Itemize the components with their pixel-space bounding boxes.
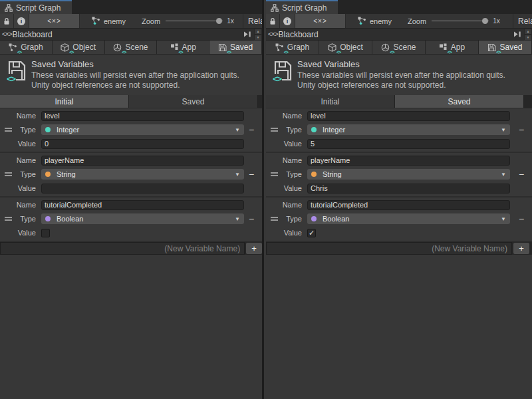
drag-handle-icon[interactable] — [271, 217, 278, 221]
tab-initial[interactable]: Initial — [0, 95, 129, 108]
value-label: Value — [266, 184, 305, 192]
remove-variable-button[interactable]: − — [245, 124, 257, 135]
info-button[interactable]: i — [280, 14, 295, 28]
slider-track — [432, 21, 489, 21]
lock-button[interactable] — [266, 14, 280, 28]
graph-toolbar: i <×> enemy Zoom 1x Rela — [266, 14, 532, 29]
info-icon: i — [283, 17, 291, 25]
new-variable-name-input[interactable] — [0, 242, 245, 255]
boolean-type-dot-icon — [311, 216, 317, 221]
tab-object[interactable]: <> Object — [319, 41, 372, 54]
tab-saved-state[interactable]: Saved — [129, 95, 258, 108]
remove-variable-button[interactable]: − — [515, 169, 527, 180]
variable-name-input[interactable] — [307, 200, 510, 210]
new-variable-name-input[interactable] — [266, 242, 512, 255]
name-label: Name — [0, 112, 39, 120]
type-value: Integer — [323, 126, 345, 134]
relations-button[interactable]: Rela — [243, 14, 262, 28]
zoom-level-value: 1x — [227, 17, 234, 25]
state-tabs: Initial Saved — [266, 95, 532, 108]
variable-name-input[interactable] — [307, 111, 510, 121]
code-view-button[interactable]: <×> — [295, 14, 346, 28]
slider-knob[interactable] — [216, 18, 222, 24]
scroll-down-button[interactable]: ▼ — [254, 35, 262, 41]
tab-saved[interactable]: <> Saved — [209, 41, 262, 54]
remove-variable-button[interactable]: − — [515, 124, 527, 135]
tab-label: App — [451, 43, 465, 52]
window-tab-script-graph[interactable]: Script Graph — [0, 0, 72, 14]
string-type-dot-icon — [45, 172, 51, 177]
variable-value-input[interactable] — [307, 139, 510, 149]
type-dropdown[interactable]: Integer ▼ — [41, 124, 244, 135]
script-graph-window-left: Script Graph i <×> enemy Zoom 1x — [0, 0, 264, 399]
add-variable-button[interactable]: + — [246, 243, 262, 254]
graph-breadcrumb[interactable]: enemy — [92, 14, 126, 28]
type-dropdown[interactable]: Boolean ▼ — [41, 213, 244, 224]
type-value: String — [57, 170, 76, 178]
zoom-slider[interactable] — [166, 14, 223, 28]
tab-initial[interactable]: Initial — [266, 95, 395, 108]
dock-icon[interactable] — [244, 31, 252, 37]
variable-value-input[interactable] — [41, 184, 244, 194]
info-button[interactable]: i — [14, 14, 29, 28]
zoom-slider[interactable] — [432, 14, 489, 28]
state-tabs: Initial Saved — [0, 95, 262, 108]
scroll-up-button[interactable]: ▲ — [524, 29, 532, 35]
type-dropdown[interactable]: String ▼ — [307, 169, 510, 180]
code-view-button[interactable]: <×> — [29, 14, 80, 28]
tab-graph[interactable]: <> Graph — [0, 41, 53, 54]
variable-name-input[interactable] — [41, 200, 244, 210]
slider-knob[interactable] — [482, 18, 488, 24]
remove-variable-button[interactable]: − — [245, 169, 257, 180]
script-graph-window-right: Script Graph i <×> enemy Zoom 1x — [266, 0, 532, 399]
code-badge-icon: <> — [122, 50, 126, 55]
scroll-down-button[interactable]: ▼ — [524, 35, 532, 41]
cube-icon: <> — [328, 43, 336, 52]
tab-saved-state[interactable]: Saved — [395, 95, 524, 108]
type-dropdown[interactable]: Integer ▼ — [307, 124, 510, 135]
lock-button[interactable] — [0, 14, 14, 28]
relations-button[interactable]: Rela — [513, 14, 532, 28]
string-type-dot-icon — [311, 172, 317, 177]
code-badge-icon: <> — [17, 50, 21, 55]
variable-name-input[interactable] — [41, 111, 244, 121]
graph-breadcrumb[interactable]: enemy — [358, 14, 392, 28]
add-variable-button[interactable]: + — [513, 243, 529, 254]
variable-category-tabs: <> Graph <> Object <> Scene <> App <> Sa… — [266, 41, 532, 55]
remove-variable-button[interactable]: − — [245, 213, 257, 224]
floppy-icon: <> — [487, 43, 496, 52]
variable-value-input[interactable] — [41, 139, 244, 149]
tab-scene[interactable]: <> Scene — [372, 41, 426, 54]
remove-variable-button[interactable]: − — [515, 213, 527, 224]
variable-value-input[interactable] — [307, 184, 510, 194]
type-dropdown[interactable]: String ▼ — [41, 169, 244, 180]
drag-handle-icon[interactable] — [271, 128, 278, 132]
drag-handle-icon[interactable] — [271, 172, 278, 176]
code-badge-icon: <> — [272, 74, 282, 84]
drag-handle-icon[interactable] — [5, 217, 12, 221]
code-badge-icon: <> — [227, 50, 231, 55]
tab-graph[interactable]: <> Graph — [266, 41, 319, 54]
tab-object[interactable]: <> Object — [53, 41, 105, 54]
variable-name-input[interactable] — [41, 156, 244, 166]
new-variable-row: + — [0, 242, 262, 255]
app-icon: <> — [170, 43, 179, 52]
boolean-value-checkbox[interactable]: ✓ — [307, 229, 316, 237]
drag-handle-icon[interactable] — [5, 128, 12, 132]
tab-app[interactable]: <> App — [157, 41, 209, 54]
tab-scene[interactable]: <> Scene — [105, 41, 158, 54]
code-icon: <×> — [268, 31, 278, 38]
variable-name-input[interactable] — [307, 156, 510, 166]
window-tab-script-graph[interactable]: Script Graph — [266, 0, 338, 14]
tab-saved[interactable]: <> Saved — [479, 41, 532, 54]
integer-type-dot-icon — [311, 127, 317, 132]
tab-app[interactable]: <> App — [426, 41, 479, 54]
drag-handle-icon[interactable] — [5, 172, 12, 176]
name-label: Name — [0, 201, 39, 209]
dock-icon[interactable] — [514, 31, 522, 37]
boolean-type-dot-icon — [45, 216, 51, 221]
boolean-value-checkbox[interactable] — [41, 229, 50, 237]
chevron-down-icon: ▼ — [501, 127, 506, 133]
type-dropdown[interactable]: Boolean ▼ — [307, 213, 510, 224]
scroll-up-button[interactable]: ▲ — [254, 29, 262, 35]
